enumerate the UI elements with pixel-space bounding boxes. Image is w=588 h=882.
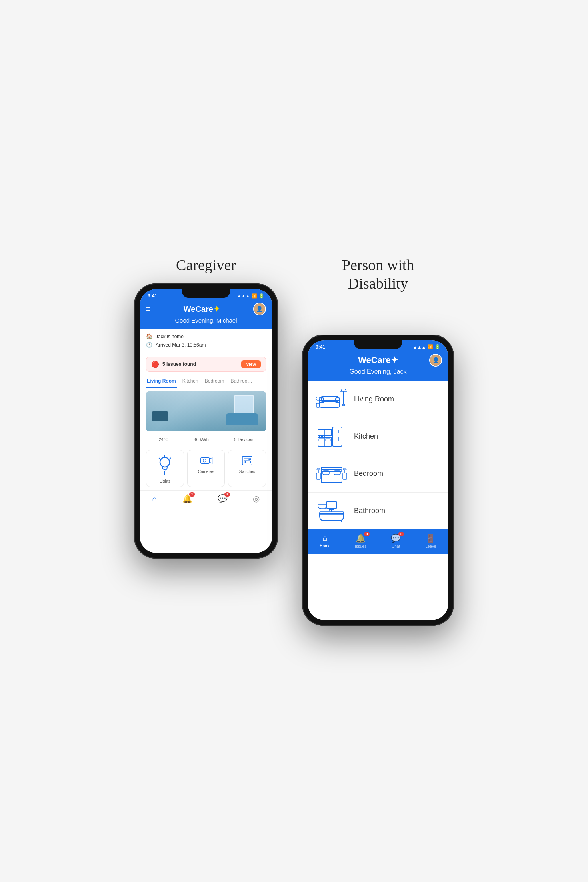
nav-notifications-left[interactable]: 🔔 3 (182, 494, 192, 503)
home-nav-icon: ⌂ (152, 494, 157, 503)
svg-marker-19 (341, 389, 346, 391)
cameras-device[interactable]: Cameras (187, 450, 225, 487)
bathroom-name: Bathroom (354, 507, 385, 515)
kitchen-illustration (316, 425, 348, 449)
svg-rect-31 (325, 439, 330, 441)
alert-icon: 🔴 (151, 361, 159, 368)
nav-issues-right[interactable]: 🔔 3 Issues (355, 533, 366, 549)
room-item-bedroom[interactable]: Bedroom (308, 455, 448, 493)
alert-left: 🔴 5 Issues found (151, 361, 196, 368)
clock-icon: 🕐 (146, 342, 152, 348)
home-icon: 🏠 (146, 333, 152, 339)
nav-target-left[interactable]: ◎ (253, 494, 260, 503)
room-item-kitchen[interactable]: Kitchen (308, 418, 448, 455)
devices-row: Lights Cameras (140, 447, 272, 490)
left-notch (182, 289, 230, 298)
svg-rect-21 (316, 403, 320, 407)
bathroom-illustration (316, 499, 348, 523)
pwd-phone-col: Person withDisability 9:41 ▲▲▲ 📶 🔋 (302, 256, 454, 625)
left-bottom-nav: ⌂ 🔔 3 💬 8 ◎ (140, 490, 272, 507)
cameras-label: Cameras (198, 469, 214, 474)
svg-point-35 (323, 435, 325, 437)
svg-marker-43 (317, 468, 320, 470)
wifi-icon: 📶 (252, 293, 257, 299)
energy-stat: 46 kWh (194, 437, 208, 442)
left-status-icons: ▲▲▲ 📶 🔋 (237, 293, 264, 299)
leave-nav-right-icon: 🚪 (426, 533, 436, 543)
pwd-phone-frame: 9:41 ▲▲▲ 📶 🔋 WeCare✦ (302, 335, 454, 626)
svg-rect-44 (343, 473, 347, 479)
view-button[interactable]: View (241, 360, 261, 368)
lights-label: Lights (160, 479, 170, 483)
svg-point-0 (160, 457, 170, 467)
svg-marker-46 (343, 468, 346, 470)
room-image (146, 391, 266, 431)
switches-device[interactable]: Switches (228, 450, 266, 487)
svg-rect-30 (319, 439, 324, 441)
room-item-bathroom[interactable]: Bathroom (308, 493, 448, 529)
chat-badge: 8 (224, 492, 230, 497)
nav-chat-right[interactable]: 💬 6 Chat (391, 533, 401, 549)
caregiver-phone-col: Caregiver 9:41 ▲▲▲ 📶 🔋 (134, 256, 278, 559)
tab-kitchen[interactable]: Kitchen (182, 375, 199, 388)
issues-badge: 3 (364, 532, 370, 536)
caregiver-phone-frame: 9:41 ▲▲▲ 📶 🔋 ≡ WeCare✦ (134, 283, 278, 559)
pwd-screen: 9:41 ▲▲▲ 📶 🔋 WeCare✦ (308, 340, 448, 620)
svg-rect-6 (201, 458, 210, 463)
phones-row: Caregiver 9:41 ▲▲▲ 📶 🔋 (16, 256, 572, 625)
room-tabs: Living Room Kitchen Bedroom Bathroo… (140, 375, 272, 388)
notifications-badge: 3 (189, 492, 195, 497)
right-status-icons: ▲▲▲ 📶 🔋 (413, 344, 440, 349)
leave-nav-right-label: Leave (425, 544, 436, 549)
tab-living-room[interactable]: Living Room (146, 375, 177, 388)
room-list: Living Room (308, 381, 448, 529)
bedroom-svg (316, 462, 348, 486)
pwd-header: WeCare✦ 👤 Good Evening, Jack (308, 352, 448, 381)
living-room-illustration (316, 387, 348, 411)
info-section: 🏠 Jack is home 🕐 Arrived Mar 3, 10:56am (140, 329, 272, 354)
avatar-face: 👤 (254, 303, 265, 315)
left-avatar[interactable]: 👤 (253, 303, 266, 315)
lights-device[interactable]: Lights (146, 450, 184, 487)
switches-icon (240, 453, 254, 468)
battery-icon: 🔋 (259, 293, 264, 299)
left-greeting: Good Evening, Michael (175, 317, 237, 324)
pwd-greeting: Good Evening, Jack (349, 368, 406, 375)
alert-bar: 🔴 5 Issues found View (146, 357, 266, 372)
room-item-living[interactable]: Living Room (308, 381, 448, 418)
tab-bedroom[interactable]: Bedroom (204, 375, 225, 388)
stats-row: 24°C 46 kWh 5 Devices (140, 435, 272, 444)
pwd-bottom-nav: ⌂ Home 🔔 3 Issues 💬 6 Chat (308, 529, 448, 554)
nav-home-right[interactable]: ⌂ Home (320, 533, 331, 548)
home-nav-right-icon: ⌂ (323, 533, 328, 543)
right-signal-icon: ▲▲▲ (413, 345, 426, 349)
kitchen-svg (316, 425, 348, 449)
bedroom-name: Bedroom (354, 469, 383, 478)
right-time: 9:41 (316, 344, 325, 350)
tab-bathroom[interactable]: Bathroo… (230, 375, 253, 388)
nav-chat-left[interactable]: 💬 8 (218, 494, 228, 503)
kitchen-name: Kitchen (354, 432, 378, 441)
svg-marker-7 (209, 458, 212, 463)
pwd-avatar[interactable]: 👤 (429, 354, 442, 367)
svg-rect-14 (320, 400, 340, 407)
right-wifi-icon: 📶 (428, 344, 433, 349)
hamburger-icon[interactable]: ≡ (146, 305, 150, 313)
room-window (234, 395, 254, 415)
pwd-avatar-face: 👤 (430, 355, 441, 366)
svg-point-8 (203, 459, 206, 462)
svg-rect-20 (342, 404, 345, 406)
caregiver-screen: 9:41 ▲▲▲ 📶 🔋 ≡ WeCare✦ (140, 289, 272, 553)
pwd-label: Person withDisability (342, 256, 414, 293)
issues-nav-right-label: Issues (355, 544, 366, 549)
pwd-header-row: WeCare✦ 👤 (314, 354, 442, 367)
right-notch (354, 340, 402, 349)
pwd-app-logo: WeCare✦ (327, 355, 429, 365)
right-battery-icon: 🔋 (435, 344, 440, 349)
living-room-svg (316, 387, 348, 411)
alert-text: 5 Issues found (162, 361, 196, 367)
nav-leave-right[interactable]: 🚪 Leave (425, 533, 436, 549)
nav-home-left[interactable]: ⌂ (152, 494, 157, 503)
home-status-text: Jack is home (156, 334, 184, 339)
home-status-item: 🏠 Jack is home (146, 333, 266, 339)
